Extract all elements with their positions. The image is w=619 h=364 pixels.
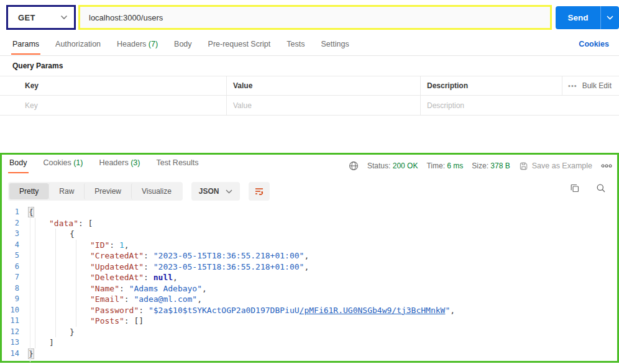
response-tab-body[interactable]: Body (9, 155, 27, 173)
tab-headers[interactable]: Headers (7) (117, 36, 158, 55)
response-tools (570, 183, 606, 193)
table-row (0, 96, 619, 116)
request-tabs: Params Authorization Headers (7) Body Pr… (0, 36, 619, 56)
request-bar: GET Send (0, 0, 619, 35)
response-more-options-icon[interactable] (601, 163, 612, 168)
code-line: 8"Name": "Adams Adebayo", (2, 283, 617, 294)
line-number: 11 (2, 316, 25, 327)
checkbox-column-header (0, 76, 19, 95)
network-globe-icon[interactable] (349, 161, 359, 171)
method-dropdown[interactable]: GET (6, 5, 76, 30)
line-number: 1 (2, 207, 25, 218)
line-number: 6 (2, 262, 25, 273)
size-badge: Size: 378 B (472, 162, 510, 170)
view-mode-segmented-control: Pretty Raw Preview Visualize (8, 182, 183, 201)
code-line: 7"DeletedAt": null, (2, 272, 617, 283)
tab-authorization[interactable]: Authorization (55, 36, 101, 55)
indent-guide (55, 229, 56, 337)
response-meta: Status: 200 OK Time: 6 ms Size: 378 B Sa… (349, 155, 612, 177)
bulk-edit-button[interactable]: ••• Bulk Edit (562, 76, 619, 95)
description-column-header: Description (421, 76, 562, 95)
line-number: 10 (2, 305, 25, 316)
format-dropdown[interactable]: JSON (191, 182, 240, 201)
param-value-input[interactable] (233, 101, 414, 110)
code-line: 1{ (2, 207, 617, 218)
key-column-header: Key (19, 76, 227, 95)
response-tab-cookies[interactable]: Cookies (1) (44, 155, 83, 173)
line-number: 5 (2, 250, 25, 262)
param-key-input[interactable] (25, 101, 220, 110)
response-tab-test-results[interactable]: Test Results (156, 155, 198, 173)
time-badge: Time: 6 ms (426, 162, 463, 170)
beautify-icon (254, 186, 265, 197)
value-column-header: Value (227, 76, 421, 95)
line-number: 3 (2, 229, 25, 240)
url-input[interactable] (80, 13, 550, 22)
code-line: 3{ (2, 229, 617, 240)
param-description-input[interactable] (427, 101, 613, 110)
code-line: 14} (2, 348, 617, 360)
format-dropdown-label: JSON (199, 187, 219, 196)
query-params-table: Key Value Description ••• Bulk Edit (0, 76, 619, 116)
line-number: 7 (2, 272, 25, 283)
bulk-edit-label[interactable]: Bulk Edit (582, 81, 612, 90)
line-number: 2 (2, 218, 25, 229)
chevron-down-icon (60, 15, 68, 20)
code-lines: 1{2"data": [3{4"ID": 1,5"CreatedAt": "20… (2, 207, 617, 359)
code-line: 12} (2, 327, 617, 338)
line-number: 8 (2, 283, 25, 294)
code-line: 6"UpdatedAt": "2023-05-15T18:36:55.218+0… (2, 262, 617, 273)
cookies-link[interactable]: Cookies (579, 40, 609, 48)
gutter-divider (30, 207, 30, 362)
view-visualize[interactable]: Visualize (131, 183, 181, 199)
code-line: 4"ID": 1, (2, 240, 617, 251)
line-number: 14 (2, 348, 25, 360)
method-label: GET (18, 13, 35, 22)
line-number: 13 (2, 337, 25, 348)
code-line: 13] (2, 337, 617, 348)
response-body-json[interactable]: 1{2"data": [3{4"ID": 1,5"CreatedAt": "20… (2, 207, 617, 362)
tab-settings[interactable]: Settings (321, 36, 349, 55)
code-line: 2"data": [ (2, 218, 617, 229)
row-checkbox-cell (0, 96, 19, 115)
save-icon (519, 162, 528, 171)
search-icon[interactable] (596, 183, 606, 193)
beautify-button[interactable] (249, 182, 270, 201)
view-raw[interactable]: Raw (48, 183, 84, 199)
save-as-example-label: Save as Example (532, 162, 592, 170)
send-options-caret[interactable] (600, 6, 619, 29)
line-number: 12 (2, 327, 25, 338)
more-options-icon[interactable]: ••• (568, 82, 577, 89)
send-button-label[interactable]: Send (556, 6, 600, 29)
response-tab-headers[interactable]: Headers (3) (99, 155, 140, 173)
table-header-row: Key Value Description ••• Bulk Edit (0, 76, 619, 96)
query-params-title: Query Params (12, 61, 63, 70)
save-as-example-button[interactable]: Save as Example (519, 162, 592, 171)
indent-guide (35, 218, 35, 348)
status-badge: Status: 200 OK (367, 162, 418, 170)
copy-icon[interactable] (570, 183, 580, 193)
code-line: 10"Password": "$2a$10$tSYKActOGP2a0D197D… (2, 305, 617, 316)
line-number: 9 (2, 294, 25, 305)
url-field-wrapper (78, 5, 552, 30)
response-view-bar: Pretty Raw Preview Visualize JSON (8, 182, 270, 201)
send-button[interactable]: Send (556, 6, 619, 29)
code-line: 9"Email": "adea@ml.com", (2, 294, 617, 305)
tab-pre-request-script[interactable]: Pre-request Script (208, 36, 271, 55)
line-number: 4 (2, 240, 25, 251)
tab-tests[interactable]: Tests (287, 36, 305, 55)
tab-params[interactable]: Params (12, 36, 39, 55)
view-pretty[interactable]: Pretty (9, 183, 48, 199)
code-line: 5"CreatedAt": "2023-05-15T18:36:55.218+0… (2, 250, 617, 262)
tab-body[interactable]: Body (174, 36, 192, 55)
indent-guide (76, 240, 76, 327)
response-panel: Body Cookies (1) Headers (3) Test Result… (0, 153, 619, 363)
view-preview[interactable]: Preview (84, 183, 131, 199)
code-line: 11"Posts": [] (2, 316, 617, 327)
